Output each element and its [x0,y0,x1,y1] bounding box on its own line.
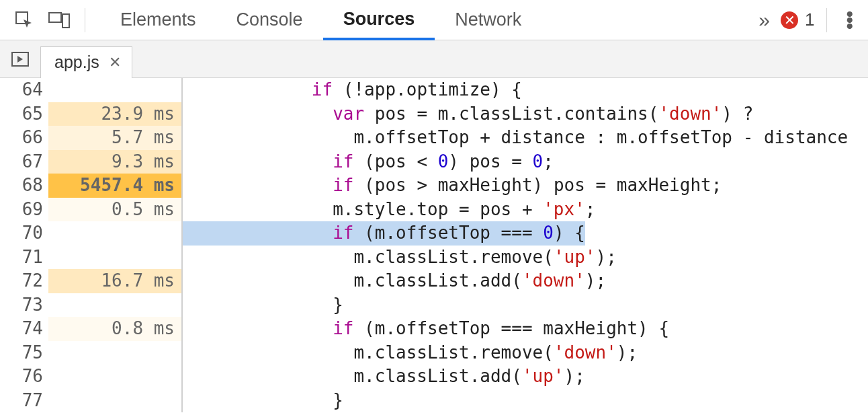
line-number[interactable]: 74 [0,317,48,341]
tab-sources[interactable]: Sources [323,0,435,40]
code-line[interactable]: } [183,389,868,413]
svg-rect-1 [49,13,61,22]
line-number-gutter: 6465666768697071727374757677 [0,78,48,412]
file-tabstrip: app.js ✕ [0,40,868,78]
show-navigator-icon[interactable] [0,40,40,78]
line-timing: 16.7 ms [48,269,181,293]
code-line[interactable]: if (m.offsetTop === 0) { [183,221,868,246]
line-timing: 9.3 ms [48,150,181,174]
line-timing [48,293,181,317]
line-timing: 5.7 ms [48,126,181,150]
line-number[interactable]: 71 [0,246,48,270]
code-line[interactable]: if (m.offsetTop === maxHeight) { [183,317,868,341]
line-number[interactable]: 67 [0,150,48,174]
timing-gutter: 23.9 ms5.7 ms9.3 ms5457.4 ms0.5 ms16.7 m… [48,78,183,412]
line-timing [48,365,181,389]
line-timing [48,221,181,246]
error-indicator[interactable]: ✕ 1 [781,9,818,30]
panel-tabs: ElementsConsoleSourcesNetwork [100,0,748,40]
line-number[interactable]: 73 [0,293,48,317]
code-line[interactable]: m.style.top = pos + 'px'; [183,198,868,222]
toolbar-separator [826,8,827,32]
code-line[interactable]: var pos = m.classList.contains('down') ? [183,102,868,126]
code-line[interactable]: m.classList.remove('up'); [183,246,868,270]
code-line[interactable]: if (pos > maxHeight) pos = maxHeight; [183,174,868,198]
line-number[interactable]: 70 [0,221,48,246]
code-line[interactable]: if (!app.optimize) { [183,78,868,102]
line-number[interactable]: 66 [0,126,48,150]
inspect-element-icon[interactable] [11,7,38,34]
line-timing: 23.9 ms [48,102,181,126]
line-timing [48,78,181,102]
line-number[interactable]: 76 [0,365,48,389]
code-line[interactable]: m.offsetTop + distance : m.offsetTop - d… [183,126,868,150]
more-tabs-icon[interactable]: » [748,10,781,30]
code-line[interactable]: } [183,293,868,317]
code-line[interactable]: m.classList.remove('down'); [183,341,868,365]
line-timing: 0.8 ms [48,317,181,341]
tab-console[interactable]: Console [216,0,323,40]
line-timing [48,246,181,270]
code-line[interactable]: m.classList.add('up'); [183,365,868,389]
close-icon[interactable]: ✕ [109,54,121,71]
line-timing [48,389,181,413]
line-timing: 5457.4 ms [48,174,181,198]
error-badge-icon: ✕ [781,11,798,29]
svg-rect-2 [62,14,69,28]
line-timing [48,341,181,365]
line-number[interactable]: 69 [0,198,48,222]
line-number[interactable]: 75 [0,341,48,365]
device-toggle-icon[interactable] [46,7,73,34]
code-line[interactable]: if (pos < 0) pos = 0; [183,150,868,174]
error-count: 1 [805,9,814,30]
line-timing: 0.5 ms [48,198,181,222]
code-line[interactable]: m.classList.add('down'); [183,269,868,293]
line-number[interactable]: 77 [0,389,48,413]
toolbar-separator [85,8,85,32]
tab-network[interactable]: Network [435,0,541,40]
kebab-menu-icon[interactable]: ••• [835,11,861,29]
line-number[interactable]: 72 [0,269,48,293]
devtools-toolbar: ElementsConsoleSourcesNetwork » ✕ 1 ••• [0,0,868,40]
code-body[interactable]: if (!app.optimize) { var pos = m.classLi… [183,78,868,412]
tab-elements[interactable]: Elements [100,0,216,40]
file-tab-label: app.js [54,52,99,72]
source-editor[interactable]: 6465666768697071727374757677 23.9 ms5.7 … [0,78,868,412]
line-number[interactable]: 68 [0,174,48,198]
file-tab-app-js[interactable]: app.js ✕ [40,46,132,78]
line-number[interactable]: 64 [0,78,48,102]
line-number[interactable]: 65 [0,102,48,126]
